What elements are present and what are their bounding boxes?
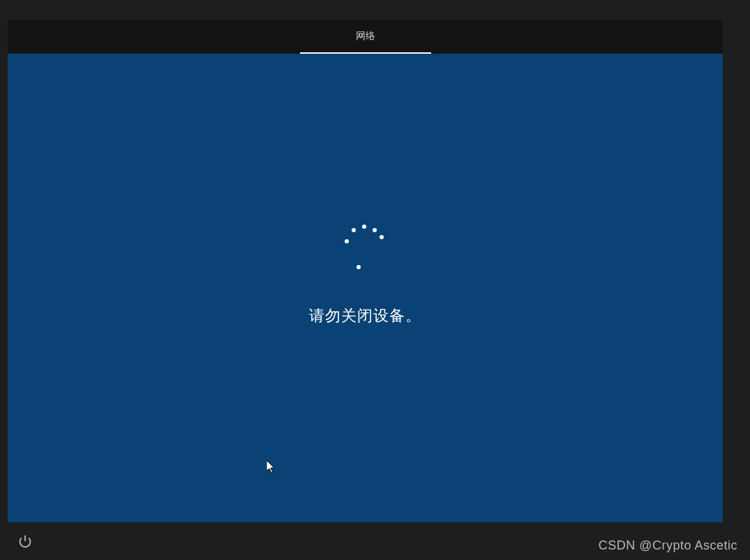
loading-spinner-icon: [341, 222, 390, 271]
tab-label: 网络: [356, 30, 375, 43]
tab-bar: 网络: [8, 20, 723, 54]
watermark-text: CSDN @Crypto Ascetic: [599, 538, 737, 553]
app-window: 网络 请勿关闭设备。: [8, 20, 723, 522]
status-message: 请勿关闭设备。: [309, 305, 421, 326]
power-icon[interactable]: [18, 534, 32, 548]
tab-network[interactable]: 网络: [300, 20, 431, 54]
content-area: 请勿关闭设备。: [8, 54, 723, 522]
